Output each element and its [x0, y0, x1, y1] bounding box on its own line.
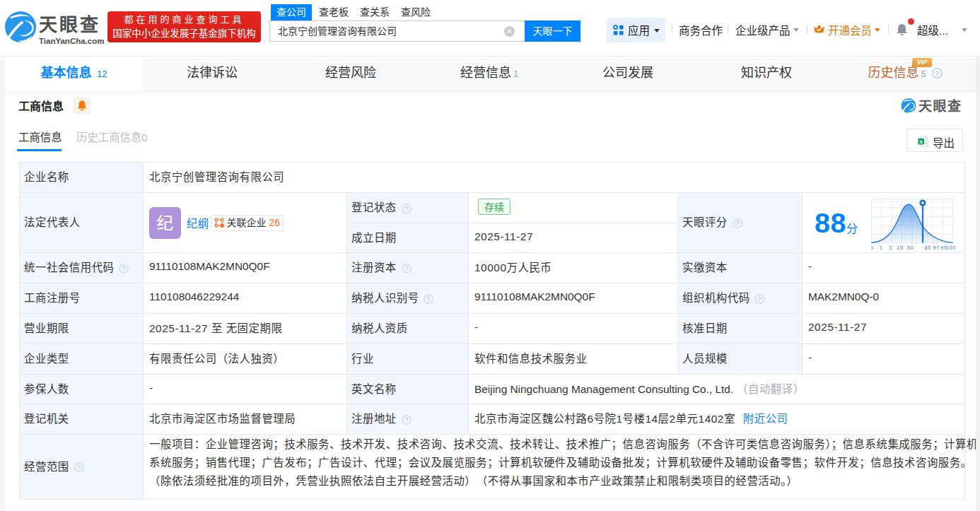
svg-text:50: 50	[907, 245, 914, 251]
svg-text:?: ?	[427, 295, 431, 303]
svg-text:?: ?	[122, 265, 127, 272]
svg-text:?: ?	[404, 205, 409, 212]
svg-text:x: x	[920, 139, 923, 145]
svg-text:97: 97	[933, 245, 940, 251]
svg-text:?: ?	[404, 416, 409, 423]
svg-text:TianYanCha.com: TianYanCha.com	[39, 37, 104, 45]
svg-text:85: 85	[925, 245, 931, 251]
svg-text:0: 0	[871, 245, 873, 251]
svg-text:3: 3	[889, 245, 893, 251]
svg-text:?: ?	[935, 69, 938, 77]
svg-text:?: ?	[77, 464, 81, 471]
svg-text:天眼查: 天眼查	[39, 14, 100, 35]
svg-text:100: 100	[946, 245, 956, 251]
svg-text:1: 1	[880, 245, 883, 251]
svg-text:?: ?	[404, 265, 409, 272]
svg-text:?: ?	[758, 295, 762, 303]
svg-text:天眼查: 天眼查	[918, 98, 962, 114]
svg-text:15: 15	[897, 245, 904, 251]
svg-text:?: ?	[735, 220, 740, 227]
